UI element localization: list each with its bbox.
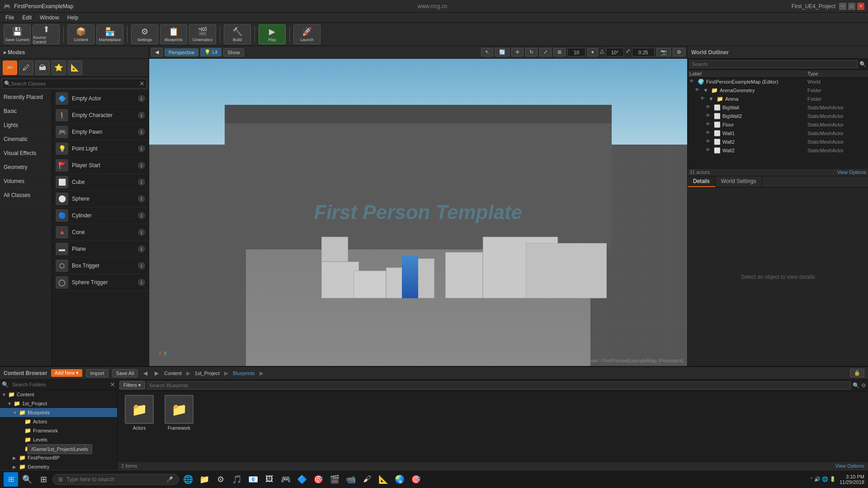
place-item-empty-character[interactable]: 🚶 Empty Character ℹ xyxy=(52,107,149,124)
close-button[interactable]: ✕ xyxy=(857,3,864,10)
taskbar-app-mail[interactable]: 📧 xyxy=(246,472,260,487)
marketplace-button[interactable]: 🏪 Marketplace xyxy=(96,24,123,44)
content-button[interactable]: 📦 Content xyxy=(67,24,94,44)
cube-info[interactable]: ℹ xyxy=(138,178,145,186)
taskbar-app-edge[interactable]: 🌐 xyxy=(181,472,195,487)
cone-info[interactable]: ℹ xyxy=(138,229,145,236)
save-all-button[interactable]: Save All xyxy=(112,369,138,377)
mode-landscape[interactable]: 🏔 xyxy=(35,61,50,75)
taskbar-app-ps[interactable]: 🖌 xyxy=(360,472,374,487)
outliner-item-wall1[interactable]: 👁 ⬜ Wall1 StaticMeshActor xyxy=(688,129,868,138)
taskbar-app-pr[interactable]: 📹 xyxy=(344,472,358,487)
cb-nav-forward[interactable]: ▶ xyxy=(153,370,160,376)
outliner-item-bigwall[interactable]: 👁 ⬜ BigWall StaticMeshActor xyxy=(688,103,868,112)
asset-actors-folder[interactable]: 📁 Actors xyxy=(121,395,157,431)
category-all-classes[interactable]: All Classes xyxy=(0,188,52,202)
blueprints-button[interactable]: 📋 Blueprints xyxy=(160,24,187,44)
folder-levels[interactable]: 📁 Levels /Game/1st_Project/Levels xyxy=(0,435,117,444)
mode-foliage[interactable]: ⭐ xyxy=(52,61,66,75)
category-recently-placed[interactable]: Recently Placed xyxy=(0,90,52,104)
outliner-item-bigwall2[interactable]: 👁 ⬜ BigWall2 StaticMeshActor xyxy=(688,112,868,121)
category-basic[interactable]: Basic xyxy=(0,104,52,118)
viewport-settings[interactable]: ⚙ xyxy=(673,48,685,56)
place-item-cube[interactable]: ⬜ Cube ℹ xyxy=(52,174,149,191)
category-visual-effects[interactable]: Visual Effects xyxy=(0,146,52,160)
category-volumes[interactable]: Volumes xyxy=(0,174,52,188)
grid-size-input[interactable] xyxy=(567,48,585,56)
view-options-btn[interactable]: View Options xyxy=(837,169,866,175)
outliner-search-input[interactable] xyxy=(689,60,858,68)
lit-button[interactable]: 💡 Lit xyxy=(200,48,222,56)
select-tool[interactable]: ↖ xyxy=(481,48,493,56)
place-item-cylinder[interactable]: 🔵 Cylinder ℹ xyxy=(52,207,149,224)
asset-framework-folder[interactable]: 📁 Framework xyxy=(161,395,197,431)
start-button[interactable]: ⊞ xyxy=(4,472,18,487)
taskbar-app-id[interactable]: 📐 xyxy=(376,472,391,487)
taskbar-search[interactable]: 🔍 xyxy=(20,472,34,487)
point-light-info[interactable]: ℹ xyxy=(138,145,145,152)
play-button[interactable]: ▶ Play xyxy=(259,24,286,44)
menu-window[interactable]: Window xyxy=(36,14,63,22)
folder-firstpersonbp[interactable]: ▶ 📁 FirstPersonBP xyxy=(0,453,117,462)
cylinder-info[interactable]: ℹ xyxy=(138,212,145,219)
outliner-item-map[interactable]: 👁 🌍 FirstPersonExampleMap (Editor) World xyxy=(688,78,868,86)
lock-button[interactable]: 🔒 xyxy=(850,369,864,377)
category-geometry[interactable]: Geometry xyxy=(0,160,52,174)
maximize-button[interactable]: □ xyxy=(848,3,855,10)
assets-options-icon[interactable]: ⚙ xyxy=(861,382,866,389)
taskbar-app-photos[interactable]: 🖼 xyxy=(262,472,277,487)
taskbar-app-explorer[interactable]: 📁 xyxy=(197,472,212,487)
place-item-box-trigger[interactable]: ⬡ Box Trigger ℹ xyxy=(52,258,149,274)
show-button[interactable]: Show xyxy=(223,48,244,56)
sphere-trigger-info[interactable]: ℹ xyxy=(138,279,145,286)
category-lights[interactable]: Lights xyxy=(0,118,52,132)
taskbar-view[interactable]: ⊞ xyxy=(36,472,51,487)
viewport-nav-back[interactable]: ◀ xyxy=(151,48,163,56)
folder-actors[interactable]: 📁 Actors xyxy=(0,417,117,426)
import-button[interactable]: Import xyxy=(86,369,108,377)
outliner-item-wall2b[interactable]: 👁 ⬜ Wall2 StaticMeshActor xyxy=(688,146,868,155)
menu-edit[interactable]: Edit xyxy=(19,14,35,22)
view-options[interactable]: View Options xyxy=(835,463,864,469)
empty-actor-info[interactable]: ℹ xyxy=(138,95,145,102)
place-item-cone[interactable]: 🔺 Cone ℹ xyxy=(52,224,149,241)
folder-search-input[interactable] xyxy=(10,381,108,388)
place-item-empty-actor[interactable]: 🔷 Empty Actor ℹ xyxy=(52,90,149,107)
place-item-plane[interactable]: ▬ Plane ℹ xyxy=(52,241,149,258)
add-new-button[interactable]: Add New ▾ xyxy=(51,369,83,377)
empty-character-info[interactable]: ℹ xyxy=(138,112,145,119)
minimize-button[interactable]: ─ xyxy=(839,3,846,10)
cinematics-button[interactable]: 🎬 Cinematics xyxy=(189,24,216,44)
outliner-item-wall2[interactable]: 👁 ⬜ Wall2 StaticMeshActor xyxy=(688,138,868,146)
folder-search-btn[interactable]: ✕ xyxy=(110,381,115,388)
cb-nav-back[interactable]: ◀ xyxy=(142,370,149,376)
rotate-tool[interactable]: ↻ xyxy=(525,48,538,56)
mode-paint[interactable]: 🖊 xyxy=(19,61,33,75)
taskbar-app-cn[interactable]: 🌏 xyxy=(392,472,407,487)
breadcrumb-content[interactable]: Content xyxy=(164,371,182,376)
filters-button[interactable]: Filters ▾ xyxy=(119,381,145,389)
tab-details[interactable]: Details xyxy=(688,176,716,187)
angle-input[interactable] xyxy=(606,48,624,56)
breadcrumb-1st-project[interactable]: 1st_Project xyxy=(195,371,220,376)
empty-pawn-info[interactable]: ℹ xyxy=(138,128,145,136)
taskbar-app-settings[interactable]: ⚙ xyxy=(213,472,228,487)
launch-button[interactable]: 🚀 Launch xyxy=(293,24,321,44)
folder-1st-project[interactable]: ▼ 📁 1st_Project xyxy=(0,399,117,408)
taskbar-app-game[interactable]: 🎮 xyxy=(278,472,293,487)
plane-info[interactable]: ℹ xyxy=(138,245,145,253)
place-item-sphere[interactable]: ⚪ Sphere ℹ xyxy=(52,191,149,207)
place-item-point-light[interactable]: 💡 Point Light ℹ xyxy=(52,141,149,157)
taskbar-app-ae[interactable]: 🎬 xyxy=(327,472,342,487)
place-item-player-start[interactable]: 🚩 Player Start ℹ xyxy=(52,157,149,174)
category-cinematic[interactable]: Cinematic xyxy=(0,132,52,146)
taskbar-app-music[interactable]: 🎵 xyxy=(230,472,244,487)
rotate-camera[interactable]: 🔄 xyxy=(495,48,509,56)
tab-world-settings[interactable]: World Settings xyxy=(716,176,762,187)
menu-file[interactable]: File xyxy=(2,14,18,22)
move-tool[interactable]: ✛ xyxy=(511,48,524,56)
mode-geometry[interactable]: 📐 xyxy=(68,61,82,75)
source-control-button[interactable]: ⬆ Source Control xyxy=(33,24,60,44)
player-start-info[interactable]: ℹ xyxy=(138,162,145,169)
folder-framework[interactable]: 📁 Framework xyxy=(0,426,117,435)
